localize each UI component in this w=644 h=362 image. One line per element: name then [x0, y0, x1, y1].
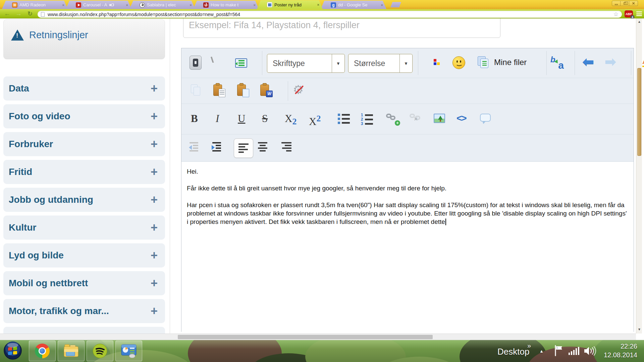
reload-icon[interactable]: ↻ — [28, 10, 33, 17]
templates-button[interactable] — [235, 58, 247, 68]
post-body-textarea[interactable]: Hei. Får ikke dette til å bli greit uans… — [181, 162, 634, 332]
redo-button[interactable]: ➡ — [605, 55, 616, 68]
browser-titlebar: AMD Radeon × Carousel - A × Sablabra | e… — [0, 0, 644, 9]
align-right-button[interactable] — [281, 142, 291, 152]
sidebar-item-mobil-og-nettbrett[interactable]: Mobil og nettbrett + — [3, 271, 165, 295]
sidebar-item-forbruker[interactable]: Forbruker + — [3, 132, 165, 156]
adblock-button[interactable]: ABP 4 — [625, 10, 633, 17]
italic-button[interactable]: I — [216, 113, 219, 124]
remove-link-button[interactable]: ✕ — [410, 112, 424, 126]
paste-plain-button[interactable] — [236, 83, 249, 97]
insert-code-button[interactable]: <> — [457, 113, 466, 124]
editor-settings-button[interactable]: ⚙ — [293, 83, 304, 97]
paste-button[interactable] — [213, 83, 225, 97]
tab-carousel[interactable]: Carousel - A × — [66, 1, 131, 9]
vertical-scrollbar[interactable]: ▲ ▼ — [636, 18, 642, 334]
desktop-toolbar-label[interactable]: Desktop — [497, 347, 529, 357]
emoticons-button[interactable] — [452, 56, 465, 69]
superscript-button[interactable]: X2 — [309, 113, 321, 127]
expand-plus-icon[interactable]: + — [151, 248, 158, 262]
horizontal-scroll-thumb[interactable] — [178, 335, 433, 339]
new-tab-button[interactable] — [390, 2, 401, 7]
sidebar-item-kultur[interactable]: Kultur + — [3, 216, 165, 240]
remove-format-button[interactable] — [212, 57, 213, 63]
tab-close-icon[interactable]: × — [254, 3, 256, 7]
undo-button[interactable]: ⬅ — [583, 55, 594, 68]
insert-image-button[interactable] — [434, 114, 445, 123]
guidelines-panel[interactable]: Retningslinjer — [3, 19, 165, 59]
topic-title-input[interactable]: Eksempel: Fifa 14, Playstation 4, flersp… — [183, 18, 500, 38]
taskbar-chrome-button[interactable] — [29, 341, 56, 361]
expand-plus-icon[interactable]: + — [151, 304, 158, 318]
insert-link-button[interactable]: + — [386, 112, 400, 126]
spellcheck-button[interactable]: b a — [550, 55, 565, 70]
numbered-list-button[interactable]: 1 2 3 — [361, 114, 373, 125]
bullet-list-button[interactable] — [338, 114, 350, 124]
sidebar-item-lyd-og-bilde[interactable]: Lyd og bilde + — [3, 243, 165, 267]
url-text[interactable]: www.diskusjon.no/index.php?app=forums&mo… — [48, 12, 611, 17]
tab-poster-ny-trad-active[interactable]: Poster ny tråd × — [257, 0, 323, 9]
copy-button[interactable] — [190, 84, 203, 97]
sidebar-item-jobb-og-utdanning[interactable]: Jobb og utdanning + — [3, 188, 165, 212]
tab-how-to-make[interactable]: How to make t × — [193, 1, 259, 9]
scroll-up-icon[interactable]: ▲ — [636, 20, 642, 23]
bbcode-mode-button[interactable] — [190, 56, 202, 70]
expand-plus-icon[interactable]: + — [151, 137, 158, 151]
url-bar[interactable]: www.diskusjon.no/index.php?app=forums&mo… — [38, 11, 622, 18]
outdent-button[interactable] — [190, 142, 198, 152]
forward-icon[interactable]: → — [15, 10, 22, 17]
back-icon[interactable]: ← — [4, 10, 10, 17]
font-size-dropdown[interactable]: Størrelse ▼ — [348, 54, 413, 73]
bookmark-star-icon[interactable]: ☆ — [613, 11, 619, 18]
tab-close-icon[interactable]: × — [190, 3, 192, 7]
volume-speaker-icon[interactable] — [584, 346, 596, 357]
my-files-button[interactable]: Mine filer — [477, 56, 527, 69]
taskbar-spotify-button[interactable] — [87, 341, 113, 361]
expand-plus-icon[interactable]: + — [151, 276, 158, 290]
align-center-button[interactable] — [258, 142, 267, 152]
minimize-button[interactable] — [612, 1, 621, 6]
action-center-flag-icon[interactable] — [553, 345, 564, 358]
align-left-button-active[interactable] — [234, 138, 253, 158]
taskbar-clock[interactable]: 22:26 12.08.2014 — [597, 342, 637, 359]
network-signal-icon[interactable] — [568, 347, 580, 357]
sidebar-item-fritid[interactable]: Fritid + — [3, 160, 165, 184]
start-button[interactable] — [3, 341, 22, 360]
sidebar-item-partial[interactable] — [3, 327, 165, 334]
expand-plus-icon[interactable]: + — [151, 81, 158, 96]
horizontal-scrollbar[interactable] — [0, 334, 636, 340]
sidebar-item-data[interactable]: Data + — [3, 76, 165, 101]
font-family-dropdown[interactable]: Skrifttype ▼ — [267, 54, 345, 73]
indent-button[interactable] — [212, 142, 221, 152]
chevron-down-icon[interactable]: ▼ — [399, 54, 412, 72]
expand-plus-icon[interactable]: + — [151, 193, 158, 207]
sidebar-item-motor-trafikk[interactable]: Motor, trafikk og mar... + — [3, 299, 165, 323]
underline-button[interactable]: U — [238, 113, 245, 124]
tab-close-icon[interactable]: × — [126, 3, 128, 7]
tab-close-icon[interactable]: × — [381, 3, 383, 7]
insert-quote-button[interactable] — [480, 114, 491, 122]
expand-plus-icon[interactable]: + — [151, 165, 158, 179]
tab-close-icon[interactable]: × — [317, 3, 319, 7]
tab-google-search[interactable]: g dd - Google Se × — [321, 1, 386, 9]
scroll-down-icon[interactable]: ▼ — [636, 327, 642, 331]
taskbar-explorer-button[interactable] — [58, 341, 85, 361]
taskbar-control-panel-button[interactable] — [115, 341, 142, 361]
tab-sablabra[interactable]: Sablabra | elec × — [129, 1, 195, 9]
close-button[interactable]: ✕ — [629, 1, 638, 6]
paste-word-button[interactable]: W — [260, 83, 272, 97]
tab-amd-radeon[interactable]: AMD Radeon × — [2, 1, 68, 9]
restore-button[interactable] — [621, 1, 629, 6]
sidebar-item-foto-og-video[interactable]: Foto og video + — [3, 104, 165, 128]
bold-button[interactable]: B — [191, 113, 198, 124]
tab-close-icon[interactable]: × — [62, 3, 64, 7]
desktop-chevron[interactable]: » — [527, 342, 531, 350]
vertical-scroll-thumb[interactable] — [637, 68, 641, 156]
expand-plus-icon[interactable]: + — [151, 109, 158, 123]
chevron-down-icon[interactable]: ▼ — [332, 54, 344, 72]
strikethrough-button[interactable]: S — [262, 113, 268, 124]
subscript-button[interactable]: X2 — [285, 113, 297, 127]
chrome-menu-icon[interactable] — [636, 11, 642, 16]
expand-plus-icon[interactable]: + — [151, 221, 158, 235]
tray-show-hidden-icon[interactable]: ▲ — [539, 349, 544, 354]
